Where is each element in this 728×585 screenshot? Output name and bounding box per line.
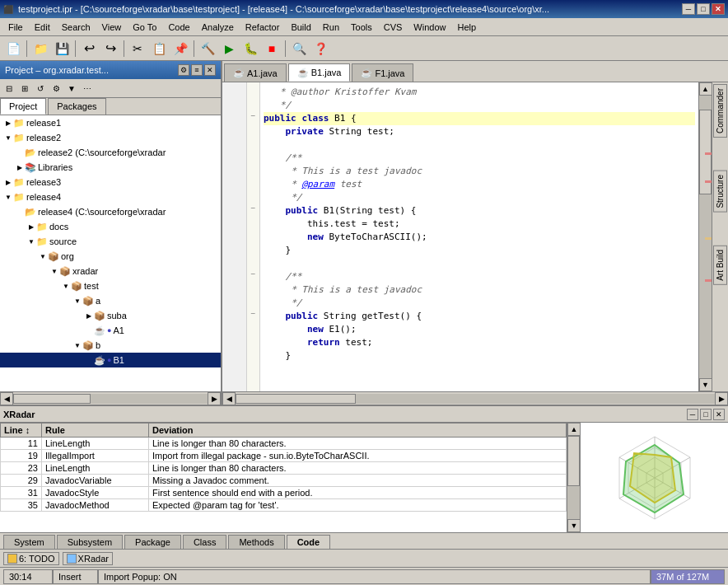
menu-item-cvs[interactable]: CVS [379,21,408,34]
table-vscroll-down[interactable]: ▼ [567,519,581,532]
bottom-tab-system[interactable]: System [3,535,55,549]
table-row[interactable]: 31JavadocStyleFirst sentence should end … [1,487,567,499]
vtab-artbuild[interactable]: Art Build [713,246,727,285]
tree-node-Libraries[interactable]: ▶📚Libraries [0,160,221,175]
table-row[interactable]: 23LineLengthLine is longer than 80 chara… [1,462,567,475]
tree-node-org[interactable]: ▼📦org [0,249,221,264]
project-settings-btn[interactable]: ⚙ [178,64,189,76]
new-button[interactable]: 📄 [3,39,23,58]
tree-expand-arrow[interactable]: ▶ [26,223,36,231]
tree-node-release1[interactable]: ▶📁release1 [0,115,221,130]
hscroll-right[interactable]: ▶ [208,392,221,405]
hscroll-thumb[interactable] [13,394,91,404]
col-rule[interactable]: Rule [42,424,149,438]
tree-node-release4--C--sourceforge-xradar[interactable]: 📂release4 (C:\sourceforge\xradar [0,204,221,219]
vscroll-up[interactable]: ▲ [699,82,712,96]
tree-expand-arrow[interactable]: ▼ [49,268,59,275]
tree-collapse-btn[interactable]: ⊟ [2,81,16,96]
menu-item-analyze[interactable]: Analyze [197,21,239,34]
tree-node-a[interactable]: ▼📦a [0,293,221,308]
table-vscroll-thumb[interactable] [567,436,580,486]
stop-button[interactable]: ■ [262,39,282,58]
tree-node-release4[interactable]: ▼📁release4 [0,190,221,204]
tree-node-xradar[interactable]: ▼📦xradar [0,264,221,278]
tree-node-A1[interactable]: ☕●A1 [0,323,221,338]
tree-expand-arrow[interactable]: ▼ [3,134,13,142]
editor-hscroll-left[interactable]: ◀ [222,392,236,405]
tree-node-b[interactable]: ▼📦b [0,338,221,353]
tree-area[interactable]: ▶📁release1▼📁release2📂release2 (C:\source… [0,115,221,391]
table-row[interactable]: 11LineLengthLine is longer than 80 chara… [1,438,567,450]
tree-node-B1[interactable]: ☕●B1 [0,353,221,367]
tree-node-release2[interactable]: ▼📁release2 [0,130,221,145]
bottom-panel-maximize[interactable]: □ [700,409,712,420]
tree-expand-arrow[interactable]: ▼ [72,342,82,349]
tree-expand-arrow[interactable]: ▶ [3,119,13,127]
help-button[interactable]: ❓ [310,39,330,58]
tree-node-source[interactable]: ▼📁source [0,234,221,249]
menu-item-tools[interactable]: Tools [346,21,377,34]
bottom-tab-subsystem[interactable]: Subsystem [57,535,123,549]
status-memory[interactable]: 37M of 127M [651,569,725,584]
tree-expand-arrow[interactable]: ▼ [38,253,48,260]
tree-node-suba[interactable]: ▶📦suba [0,308,221,323]
menu-item-go-to[interactable]: Go To [128,21,161,34]
editor-vscroll[interactable]: ▲ ▼ [698,82,712,391]
project-expand-btn[interactable]: ≡ [191,64,203,76]
close-button[interactable]: ✕ [712,3,725,15]
code-content[interactable]: * @author Kristoffer Kvam */public class… [260,82,698,391]
menu-item-view[interactable]: View [97,21,127,34]
project-close-btn[interactable]: ✕ [204,64,216,76]
editor-tab-B1_java[interactable]: ☕B1.java [288,63,351,82]
table-row[interactable]: 29JavadocVariableMissing a Javadoc comme… [1,475,567,487]
search-button[interactable]: 🔍 [289,39,309,58]
tree-node-release2--C--sourceforge-xradar[interactable]: 📂release2 (C:\sourceforge\xradar [0,145,221,160]
undo-button[interactable]: ↩ [79,39,99,58]
tree-node-docs[interactable]: ▶📁docs [0,219,221,234]
tree-expand-arrow[interactable]: ▶ [84,312,94,320]
tree-node-test[interactable]: ▼📦test [0,278,221,293]
editor-hscroll[interactable]: ◀ ▶ [222,391,728,405]
bottom-panel-minimize[interactable]: ─ [687,409,698,420]
bottom-tab-package[interactable]: Package [124,535,181,549]
menu-item-code[interactable]: Code [163,21,194,34]
col-line[interactable]: Line ↕ [1,424,42,438]
table-row[interactable]: 35JavadocMethodExpected @param tag for '… [1,499,567,512]
bottom-tab-class[interactable]: Class [183,535,227,549]
save-button[interactable]: 💾 [52,39,72,58]
tree-expand-arrow[interactable]: ▼ [72,297,82,305]
tree-expand-btn[interactable]: ⊞ [17,81,32,96]
menu-item-window[interactable]: Window [408,21,450,34]
tree-hscroll[interactable]: ◀ ▶ [0,391,221,405]
vscroll-down[interactable]: ▼ [699,378,712,391]
open-button[interactable]: 📁 [30,39,50,58]
todo-button[interactable]: 6: TODO [3,552,59,565]
redo-button[interactable]: ↪ [100,39,120,58]
hscroll-left[interactable]: ◀ [0,392,13,405]
tree-node-release3[interactable]: ▶📁release3 [0,175,221,190]
menu-item-build[interactable]: Build [286,21,315,34]
paste-button[interactable]: 📌 [170,39,190,58]
tree-more-btn[interactable]: ⋯ [80,81,95,96]
tree-expand-arrow[interactable]: ▶ [15,164,25,171]
table-vscroll[interactable]: ▲ ▼ [567,423,580,532]
menu-item-run[interactable]: Run [318,21,344,34]
minimize-button[interactable]: ─ [682,3,695,15]
cut-button[interactable]: ✂ [128,39,147,58]
hscroll-track[interactable] [13,394,208,404]
tree-expand-arrow[interactable]: ▼ [3,194,13,201]
editor-hscroll-thumb[interactable] [236,394,356,404]
bottom-tab-code[interactable]: Code [287,535,331,549]
tree-expand-arrow[interactable]: ▶ [3,179,13,186]
bottom-panel-close[interactable]: ✕ [713,409,725,420]
table-row[interactable]: 19IllegalImportImport from illegal packa… [1,450,567,462]
maximize-button[interactable]: □ [697,3,710,15]
tab-project[interactable]: Project [0,98,46,115]
editor-hscroll-right[interactable]: ▶ [715,392,728,405]
editor-tab-F1_java[interactable]: ☕F1.java [352,63,413,82]
menu-item-file[interactable]: File [3,21,28,34]
table-vscroll-up[interactable]: ▲ [567,423,581,436]
xradar-table[interactable]: Line ↕ Rule Deviation 11LineLengthLine i… [0,423,567,532]
copy-button[interactable]: 📋 [149,39,169,58]
editor-tab-A1_java[interactable]: ☕A1.java [224,63,287,82]
